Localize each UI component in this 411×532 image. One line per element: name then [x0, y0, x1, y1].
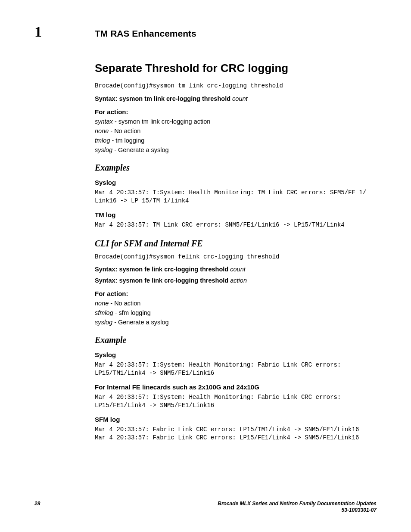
action-sfmlog: sfmlog - sfm logging [95, 309, 377, 316]
syntax-cmd: sysmon fe link crc-logging threshold [119, 277, 230, 284]
action-syslog: syslog - Generate a syslog [95, 146, 377, 153]
action-tmlog: tmlog - tm logging [95, 137, 377, 144]
action-key: syntax [95, 118, 113, 125]
syntax-cmd: sysmon tm link crc-logging threshold [119, 95, 232, 102]
syntax-line: Syntax: sysmon tm link crc-logging thres… [95, 95, 377, 102]
syntax-line: Syntax: sysmon fe link crc-logging thres… [95, 277, 377, 284]
syntax-line: Syntax: sysmon fe link crc-logging thres… [95, 266, 377, 273]
footer-doc-title: Brocade MLX Series and NetIron Family Do… [218, 501, 377, 507]
chapter-title: TM RAS Enhancements [95, 28, 196, 39]
internal-fe-label: For Internal FE linecards such as 2x100G… [95, 383, 377, 391]
cli-heading: CLI for SFM and Internal FE [95, 239, 377, 249]
footer-doc-number: 53-1003301-07 [218, 507, 377, 514]
syslog-label: Syslog [95, 351, 377, 358]
action-value: - sfm logging [113, 309, 151, 316]
for-action-label: For action: [95, 290, 377, 297]
syntax-arg: count [230, 266, 245, 273]
action-none: none - No action [95, 300, 377, 307]
syntax-lead: Syntax: [95, 266, 119, 273]
action-none: none - No action [95, 128, 377, 134]
examples-heading: Examples [95, 163, 377, 173]
section-title: Separate Threshold for CRC logging [95, 62, 377, 75]
for-action-label: For action: [95, 108, 377, 115]
syntax-lead: Syntax: [95, 277, 119, 284]
page-content: Separate Threshold for CRC logging Broca… [95, 62, 377, 442]
page-header: 1 TM RAS Enhancements [34, 24, 377, 40]
syntax-arg: count [232, 95, 247, 102]
action-syntax: syntax - sysmon tm link crc-logging acti… [95, 118, 377, 125]
tmlog-label: TM log [95, 211, 377, 218]
sfmlog-label: SFM log [95, 416, 377, 423]
syntax-lead: Syntax: [95, 95, 119, 102]
syslog-label: Syslog [95, 179, 377, 186]
action-value: - tm logging [110, 137, 144, 144]
cli-command: Brocade(config)#sysmon tm link crc-loggi… [95, 82, 377, 90]
action-value: - Generate a syslog [112, 146, 169, 153]
page-footer: 28 Brocade MLX Series and NetIron Family… [34, 501, 377, 514]
action-key: tmlog [95, 137, 110, 144]
tmlog-output: Mar 4 20:33:57: TM Link CRC errors: SNM5… [95, 221, 377, 229]
syntax-arg: action [230, 277, 247, 284]
action-key: sfmlog [95, 309, 113, 316]
action-value: - Generate a syslog [112, 319, 169, 326]
action-key: syslog [95, 146, 112, 153]
action-value: - No action [109, 300, 140, 307]
example-heading: Example [95, 335, 377, 345]
action-key: syslog [95, 319, 112, 326]
internal-fe-output: Mar 4 20:33:57: I:System: Health Monitor… [95, 393, 377, 410]
chapter-number: 1 [34, 24, 95, 40]
syntax-cmd: sysmon fe link crc-logging threshold [119, 266, 230, 273]
action-key: none [95, 300, 109, 307]
sfmlog-output: Mar 4 20:33:57: Fabric Link CRC errors: … [95, 426, 377, 442]
page-number: 28 [34, 501, 40, 514]
action-value: - No action [109, 128, 140, 134]
syslog-output: Mar 4 20:33:57: I:System: Health Monitor… [95, 189, 377, 205]
action-value: - sysmon tm link crc-logging action [113, 118, 210, 125]
syslog-output: Mar 4 20:33:57: I:System: Health Monitor… [95, 361, 377, 377]
action-key: none [95, 128, 109, 134]
action-syslog: syslog - Generate a syslog [95, 319, 377, 326]
cli-command: Brocade(config)#sysmon felink crc-loggin… [95, 253, 377, 261]
